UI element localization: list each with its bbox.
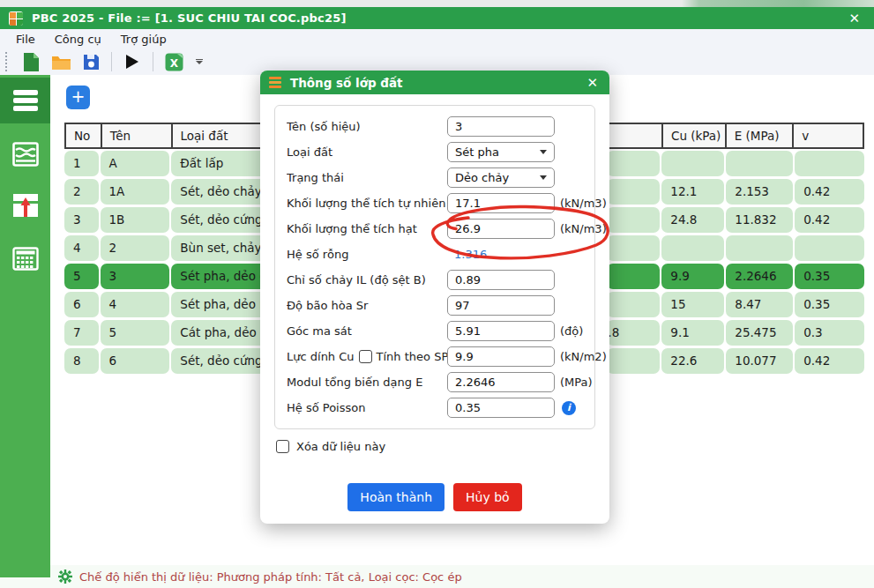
soil-parameters-dialog: Thông số lớp đất ✕ Tên (số hiệu) Loại đấ…	[260, 71, 609, 524]
table-cell-v: 0.42	[795, 179, 864, 205]
table-cell-e	[726, 235, 793, 261]
settings-gear-icon[interactable]	[58, 569, 72, 584]
table-cell-sliver	[607, 207, 660, 233]
new-file-icon	[23, 52, 40, 72]
save-file-button[interactable]	[78, 50, 103, 73]
column-header: E (MPa)	[725, 124, 793, 147]
column-header: v	[792, 124, 863, 147]
table-cell-e	[726, 151, 793, 176]
table-cell-cu: 12.1	[661, 179, 724, 205]
menu-file[interactable]: File	[7, 31, 44, 48]
column-header	[608, 124, 661, 147]
calculator-grid-icon	[12, 247, 39, 271]
table-cell-v	[795, 151, 864, 176]
statusbar: Chế độ hiển thị dữ liệu: Phương pháp tín…	[0, 565, 874, 588]
soil-profile-icon	[12, 142, 39, 167]
dialog-field-group: Tên (số hiệu) Loại đất Sét pha Trạng thá…	[274, 105, 595, 429]
field-row-saturation: Độ bão hòa Sr	[287, 295, 583, 316]
column-header: No	[66, 124, 101, 147]
sidebar-item-calculation[interactable]	[0, 241, 50, 276]
export-excel-button[interactable]: X	[161, 50, 186, 73]
natural-unit-weight-input[interactable]	[447, 193, 555, 213]
table-cell-e: 25.475	[726, 320, 793, 346]
name-input[interactable]	[447, 116, 555, 137]
field-row-state: Trạng thái Dẻo chảy	[287, 167, 583, 188]
menu-help[interactable]: Trợ giúp	[112, 31, 176, 48]
new-file-button[interactable]	[19, 50, 43, 73]
table-cell-cu: 9.1	[661, 320, 724, 346]
column-header: Cu (kPa)	[661, 124, 725, 147]
add-row-button[interactable]: +	[66, 86, 90, 109]
dialog-close-icon[interactable]: ✕	[584, 75, 601, 91]
poisson-input[interactable]	[447, 398, 555, 418]
table-cell-no: 5	[64, 264, 99, 289]
table-cell-cu: 15	[661, 292, 724, 317]
excel-icon: X	[165, 53, 183, 71]
dialog-header: Thông số lớp đất ✕	[260, 71, 609, 94]
table-cell-v: 0.42	[795, 207, 864, 233]
table-cell-sliver	[607, 235, 660, 261]
field-row-liquidity-index: Chỉ số chảy IL (độ sệt B)	[287, 270, 583, 290]
sidebar-item-soil-profile[interactable]	[0, 137, 50, 172]
table-cell-no: 4	[64, 235, 99, 261]
table-cell-v: 0.42	[795, 348, 864, 374]
background-window-sliver	[0, 0, 874, 7]
field-row-name: Tên (số hiệu)	[287, 116, 583, 137]
table-cell-v	[795, 235, 864, 261]
menu-tools[interactable]: Công cụ	[46, 31, 110, 48]
toolbar-grip	[5, 52, 9, 71]
table-cell-ten: 3	[101, 264, 170, 289]
sidebar-item-soil-layers[interactable]	[0, 78, 50, 123]
cohesion-input[interactable]	[447, 346, 555, 367]
field-row-soil-type: Loại đất Sét pha	[287, 142, 583, 162]
delete-data-row: Xóa dữ liệu này	[276, 440, 595, 453]
play-icon	[126, 55, 138, 69]
sidebar-item-pile[interactable]	[0, 188, 50, 223]
table-cell-e: 11.832	[726, 207, 793, 233]
field-row-particle-unit-weight: Khối lượng thể tích hạt (kN/m3)	[287, 219, 583, 239]
table-cell-sliver	[607, 264, 660, 289]
field-row-friction-angle: Góc ma sát (độ)	[287, 321, 583, 341]
table-cell-sliver	[607, 179, 660, 205]
table-cell-no: 3	[64, 207, 99, 233]
saturation-input[interactable]	[447, 295, 555, 316]
void-ratio-value: 1.316	[447, 248, 487, 261]
open-file-button[interactable]	[49, 50, 73, 73]
column-header: Tên	[101, 124, 171, 147]
friction-angle-input[interactable]	[447, 321, 555, 341]
menubar: File Công cụ Trợ giúp	[0, 29, 874, 48]
liquidity-index-input[interactable]	[447, 270, 555, 290]
info-icon[interactable]: i	[562, 401, 576, 415]
run-button[interactable]	[120, 50, 145, 73]
table-cell-v: 0.35	[795, 264, 864, 289]
table-cell-cu: 24.8	[661, 207, 724, 233]
table-cell-no: 7	[64, 320, 99, 346]
state-select[interactable]: Dẻo chảy	[447, 167, 555, 188]
table-cell-cu	[661, 235, 724, 261]
app-logo-icon	[9, 11, 23, 26]
window-close-icon[interactable]: ✕	[843, 11, 865, 26]
window-title: PBC 2025 - File := [1. SUC CHIU TAI COC.…	[32, 11, 347, 25]
sidebar	[0, 75, 50, 577]
spt-checkbox[interactable]	[359, 350, 372, 363]
table-cell-no: 1	[64, 151, 99, 176]
particle-unit-weight-input[interactable]	[447, 219, 555, 239]
cancel-button[interactable]: Hủy bỏ	[453, 483, 522, 511]
table-cell-ten: 6	[101, 348, 170, 374]
toolbar-overflow-button[interactable]	[196, 59, 203, 65]
table-cell-cu: 22.6	[661, 348, 724, 374]
soil-layers-list-icon	[12, 89, 39, 112]
table-cell-sliver: .8	[607, 320, 660, 346]
complete-button[interactable]: Hoàn thành	[347, 483, 444, 511]
chevron-down-icon	[540, 150, 547, 154]
table-cell-v: 0.35	[795, 292, 864, 317]
soil-type-select[interactable]: Sét pha	[447, 142, 555, 162]
svg-text:X: X	[169, 56, 178, 69]
titlebar: PBC 2025 - File := [1. SUC CHIU TAI COC.…	[0, 7, 874, 29]
modulus-input[interactable]	[447, 372, 555, 392]
open-folder-icon	[51, 54, 71, 71]
table-cell-e: 8.47	[726, 292, 793, 317]
delete-data-checkbox[interactable]	[276, 440, 289, 453]
table-cell-ten: 4	[101, 292, 170, 317]
table-cell-e: 10.077	[726, 348, 793, 374]
